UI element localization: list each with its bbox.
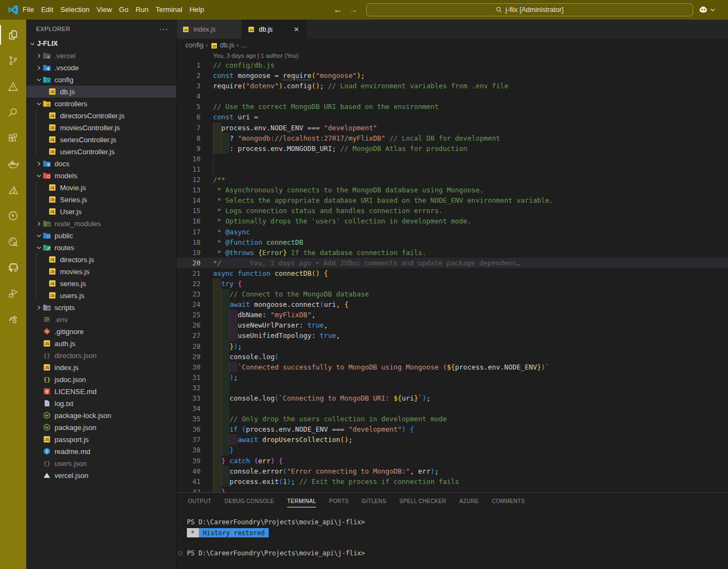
menu-file[interactable]: File <box>19 0 38 20</box>
tree-item-config[interactable]: config <box>26 74 176 86</box>
line-number: 20 <box>177 258 201 268</box>
svg-text:{}: {} <box>43 352 50 359</box>
terminal-command-decoration-icon[interactable] <box>178 551 183 555</box>
nav-back-arrow[interactable]: ← <box>333 5 342 15</box>
menu-view[interactable]: View <box>93 0 116 20</box>
breadcrumb-item[interactable]: db.js <box>220 41 234 49</box>
tree-item--gitignore[interactable]: .gitignore <box>26 325 176 337</box>
activity-warnings-icon[interactable] <box>0 74 26 100</box>
indent-guide <box>213 154 214 164</box>
activity-test-debug-icon[interactable] <box>0 281 26 307</box>
panel-tab-ports[interactable]: PORTS <box>329 493 349 510</box>
code-token-txt: useNewUrlParser: <box>238 321 307 329</box>
tree-item-movie-js[interactable]: JSMovie.js <box>26 181 176 193</box>
tree-item-controllers[interactable]: controllers <box>26 98 176 110</box>
tree-item-readme-md[interactable]: readme.md <box>26 445 176 457</box>
tree-item-users-json[interactable]: {}users.json <box>26 457 176 469</box>
tree-indent-guide <box>36 110 37 122</box>
tree-item--env[interactable]: .env <box>26 313 176 325</box>
tree-item-vercel-json[interactable]: vercel.json <box>26 469 176 481</box>
code-line-content <box>213 154 728 164</box>
menu-help[interactable]: Help <box>186 0 208 20</box>
code-line-25: 25 dbName: "myFlixDB", <box>177 310 728 320</box>
tab-close-icon[interactable]: ✕ <box>292 26 301 33</box>
command-center-search[interactable]: j-flix [Administrator] <box>366 3 693 16</box>
activity-watch-icon[interactable] <box>0 203 26 229</box>
breadcrumb-item[interactable]: config <box>185 41 203 49</box>
copilot-icon[interactable] <box>698 5 708 15</box>
indent-rainbow-block <box>213 403 221 414</box>
code-token-b2: } <box>221 457 226 465</box>
breadcrumb-item[interactable]: ... <box>241 41 246 49</box>
tree-item--vercel[interactable]: .vercel <box>26 50 176 62</box>
tree-item-package-json[interactable]: package.json <box>26 421 176 433</box>
tab-db-js[interactable]: JSdb.js✕ <box>242 20 307 39</box>
code-token-txt: uri = <box>234 113 258 121</box>
tree-item-index-js[interactable]: JSindex.js <box>26 361 176 373</box>
panel-tab-gitlens[interactable]: GITLENS <box>362 493 386 510</box>
tree-item-passport-js[interactable]: JSpassport.js <box>26 433 176 445</box>
code-line-content: ? "mongodb://localhost:27017/myFlixDB" /… <box>213 133 728 143</box>
menu-go[interactable]: Go <box>116 0 132 20</box>
tree-item-movies-js[interactable]: JSmovies.js <box>26 265 176 277</box>
tree-item-series-js[interactable]: JSSeries.js <box>26 193 176 205</box>
activity-explorer-icon[interactable] <box>0 22 26 48</box>
tree-item-userscontroller-js[interactable]: JSusersController.js <box>26 146 176 158</box>
tree-item-scripts[interactable]: scripts <box>26 301 176 313</box>
activity-source-control-icon[interactable] <box>0 48 26 74</box>
folder-public-icon <box>43 231 51 240</box>
tree-item-public[interactable]: public <box>26 229 176 241</box>
tree-item-db-js[interactable]: JSdb.js <box>26 86 176 98</box>
activity-extensions-icon[interactable] <box>0 125 26 152</box>
menu-run[interactable]: Run <box>132 0 152 20</box>
code-editor[interactable]: You, 3 days ago | 1 author (You) 1// con… <box>177 51 728 492</box>
activity-remote-inspect-icon[interactable] <box>0 229 26 255</box>
panel-tab-azure[interactable]: AZURE <box>459 493 478 510</box>
tab-index-js[interactable]: JSindex.js <box>177 20 241 39</box>
tree-item-directors-json[interactable]: {}directors.json <box>26 349 176 361</box>
gitlens-codelens[interactable]: You, 3 days ago | 1 author (You) <box>177 51 728 60</box>
svg-text:JS: JS <box>50 114 55 118</box>
activity-azure-icon[interactable] <box>0 177 26 203</box>
menu-edit[interactable]: Edit <box>38 0 57 20</box>
activity-docker-icon[interactable] <box>0 152 26 178</box>
tree-item-log-txt[interactable]: log.txt <box>26 397 176 409</box>
tree-item-auth-js[interactable]: JSauth.js <box>26 337 176 349</box>
tree-item--vscode[interactable]: .vscode <box>26 62 176 74</box>
code-line-31: 31 ); <box>177 372 728 383</box>
tree-item-models[interactable]: models <box>26 170 176 181</box>
tree-item-seriescontroller-js[interactable]: JSseriesController.js <box>26 134 176 146</box>
tree-item-license-md[interactable]: LICENSE.md <box>26 385 176 397</box>
tree-item-moviescontroller-js[interactable]: JSmoviesController.js <box>26 122 176 134</box>
tree-root-jflix[interactable]: J-FLIX <box>26 38 176 50</box>
tree-item-routes[interactable]: routes <box>26 241 176 253</box>
explorer-more-actions-icon[interactable]: ··· <box>159 25 168 33</box>
activity-search-icon[interactable] <box>0 100 26 126</box>
activity-live-share-icon[interactable] <box>0 307 26 333</box>
git-icon <box>43 327 51 336</box>
panel-tab-output[interactable]: OUTPUT <box>188 493 211 510</box>
tree-item-package-lock-json[interactable]: package-lock.json <box>26 409 176 421</box>
tree-item-docs[interactable]: docs <box>26 158 176 170</box>
terminal[interactable]: PS D:\CareerFoundry\Projects\movie_api\j… <box>177 510 728 569</box>
panel-tab-debug-console[interactable]: DEBUG CONSOLE <box>225 493 274 510</box>
tree-item-users-js[interactable]: JSusers.js <box>26 289 176 301</box>
tree-indent-guide <box>36 134 37 146</box>
activity-github-icon[interactable] <box>0 255 26 281</box>
tree-item-jsdoc-json[interactable]: {}jsdoc.json <box>26 373 176 385</box>
nav-forward-arrow[interactable]: → <box>349 5 358 15</box>
panel-tab-spell-checker[interactable]: SPELL CHECKER <box>399 493 446 510</box>
tree-item-user-js[interactable]: JSUser.js <box>26 205 176 217</box>
menu-selection[interactable]: Selection <box>57 0 93 20</box>
tree-item-series-js[interactable]: JSseries.js <box>26 277 176 289</box>
panel-tab-comments[interactable]: COMMENTS <box>492 493 525 510</box>
chevron-down-icon[interactable] <box>709 7 716 13</box>
line-number: 10 <box>177 154 201 164</box>
tree-item-node-modules[interactable]: node_modules <box>26 217 176 229</box>
tree-item-directorscontroller-js[interactable]: JSdirectorsController.js <box>26 110 176 122</box>
line-number: 24 <box>177 299 201 310</box>
code-line-content: console.error("Error connecting to Mongo… <box>213 466 728 476</box>
menu-terminal[interactable]: Terminal <box>152 0 186 20</box>
panel-tab-terminal[interactable]: TERMINAL <box>287 493 316 510</box>
tree-item-directors-js[interactable]: JSdirectors.js <box>26 253 176 265</box>
